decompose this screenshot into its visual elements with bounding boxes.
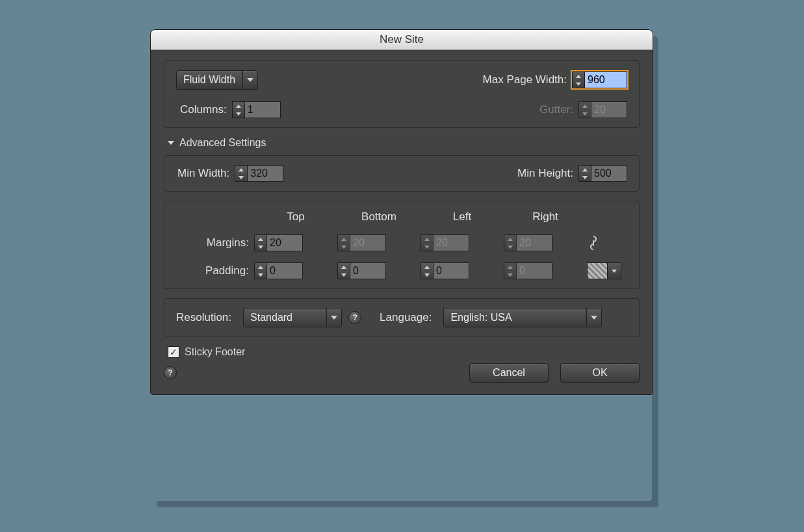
columns-value[interactable]: 1 bbox=[245, 102, 280, 118]
gutter-label: Gutter: bbox=[539, 103, 573, 116]
stepper-arrows-icon bbox=[579, 102, 591, 118]
col-right: Right bbox=[504, 210, 587, 223]
advanced-settings-label: Advanced Settings bbox=[179, 137, 266, 149]
padding-fill-swatch[interactable] bbox=[587, 262, 621, 279]
max-page-width-value[interactable]: 960 bbox=[585, 72, 627, 88]
min-height-label: Min Height: bbox=[517, 167, 573, 180]
stepper-arrows-icon[interactable] bbox=[233, 102, 245, 118]
dialog-title: New Site bbox=[151, 30, 653, 50]
language-dropdown[interactable]: English: USA bbox=[443, 308, 602, 327]
disclosure-triangle-icon bbox=[168, 141, 174, 145]
link-values-icon[interactable] bbox=[587, 234, 600, 252]
stepper-arrows-icon[interactable] bbox=[235, 166, 248, 181]
dialog-body: Fluid Width Max Page Width: 960 Columns: bbox=[151, 50, 653, 394]
padding-left-stepper[interactable]: 0 bbox=[421, 262, 469, 279]
stepper-arrows-icon[interactable] bbox=[579, 166, 591, 181]
new-site-dialog: New Site Fluid Width Max Page Width: 960 bbox=[150, 29, 653, 395]
language-label: Language: bbox=[380, 311, 432, 324]
resolution-language-panel: Resolution: Standard ? Language: English… bbox=[164, 298, 640, 337]
resolution-label: Resolution: bbox=[176, 311, 231, 324]
padding-right-stepper: 0 bbox=[504, 262, 552, 279]
margin-left-stepper: 20 bbox=[421, 234, 469, 251]
min-dimensions-panel: Min Width: 320 Min Height: 500 bbox=[164, 155, 640, 192]
padding-bottom-stepper[interactable]: 0 bbox=[337, 262, 386, 279]
col-top: Top bbox=[254, 210, 337, 223]
min-height-value[interactable]: 500 bbox=[591, 166, 627, 181]
col-left: Left bbox=[421, 210, 504, 223]
dialog-help-icon[interactable]: ? bbox=[164, 366, 177, 379]
sticky-footer-checkbox[interactable]: ✓ Sticky Footer bbox=[168, 346, 245, 358]
chevron-down-icon bbox=[243, 78, 257, 82]
width-mode-label: Fluid Width bbox=[177, 74, 242, 86]
min-height-stepper[interactable]: 500 bbox=[578, 165, 627, 182]
margins-grid: Top Bottom Left Right Margins: 20 20 20 … bbox=[176, 210, 627, 279]
min-width-label: Min Width: bbox=[177, 167, 229, 180]
width-mode-dropdown[interactable]: Fluid Width bbox=[176, 70, 258, 90]
hatch-swatch-icon bbox=[588, 263, 608, 279]
max-page-width-label: Max Page Width: bbox=[483, 73, 567, 86]
resolution-help-icon[interactable]: ? bbox=[348, 311, 361, 324]
gutter-value: 20 bbox=[591, 102, 627, 118]
max-page-width-stepper[interactable]: 960 bbox=[572, 71, 627, 88]
padding-top-stepper[interactable]: 0 bbox=[254, 262, 303, 279]
margins-label: Margins: bbox=[176, 236, 254, 249]
columns-label: Columns: bbox=[180, 103, 227, 116]
chevron-down-icon bbox=[608, 263, 621, 279]
stepper-arrows-icon[interactable] bbox=[573, 72, 585, 88]
min-width-value[interactable]: 320 bbox=[248, 166, 283, 181]
padding-label: Padding: bbox=[176, 264, 254, 277]
chevron-down-icon bbox=[587, 316, 601, 320]
margin-top-stepper[interactable]: 20 bbox=[254, 234, 303, 251]
margins-padding-panel: Top Bottom Left Right Margins: 20 20 20 … bbox=[164, 201, 640, 289]
chevron-down-icon bbox=[327, 316, 341, 320]
margin-right-stepper: 20 bbox=[504, 234, 552, 251]
min-width-stepper[interactable]: 320 bbox=[235, 165, 283, 182]
gutter-stepper: 20 bbox=[578, 101, 627, 118]
cancel-button[interactable]: Cancel bbox=[469, 363, 549, 383]
sticky-footer-label: Sticky Footer bbox=[185, 346, 245, 358]
margin-bottom-stepper: 20 bbox=[337, 234, 386, 251]
resolution-dropdown[interactable]: Standard bbox=[243, 308, 342, 327]
checkbox-icon: ✓ bbox=[168, 346, 179, 358]
layout-panel: Fluid Width Max Page Width: 960 Columns: bbox=[164, 60, 640, 128]
advanced-settings-toggle[interactable]: Advanced Settings bbox=[168, 137, 640, 149]
col-bottom: Bottom bbox=[337, 210, 421, 223]
ok-button[interactable]: OK bbox=[560, 363, 640, 383]
columns-stepper[interactable]: 1 bbox=[232, 101, 281, 118]
dialog-shadow: New Site Fluid Width Max Page Width: 960 bbox=[150, 29, 652, 501]
